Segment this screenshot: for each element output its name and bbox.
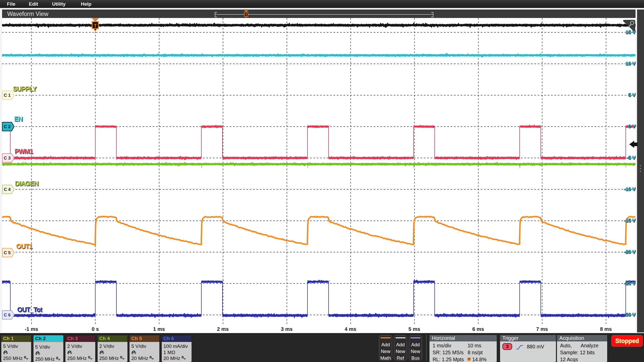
svg-text:C 4: C 4 — [4, 187, 11, 192]
svg-text:C 5: C 5 — [4, 250, 11, 255]
svg-text:T: T — [94, 23, 97, 28]
svg-text:C 1: C 1 — [4, 93, 11, 98]
svg-text:T: T — [245, 13, 247, 16]
svg-text:C 3: C 3 — [4, 156, 11, 161]
svg-text:C 6: C 6 — [4, 313, 11, 317]
svg-text:T: T — [468, 358, 470, 361]
svg-text:C 2: C 2 — [4, 124, 11, 129]
